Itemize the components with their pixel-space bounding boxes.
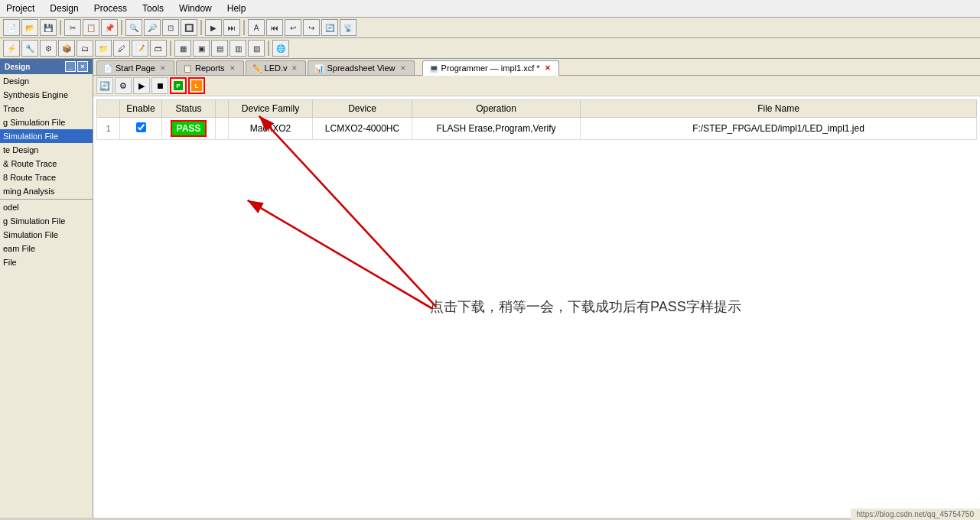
tb-paste[interactable]: 📌 xyxy=(101,19,118,36)
tab-start-page-close[interactable]: ✕ xyxy=(158,63,168,73)
svg-line-5 xyxy=(248,200,433,309)
reports-icon: 📋 xyxy=(183,64,192,73)
tb2-5[interactable]: 🗂 xyxy=(77,40,93,57)
menu-bar: Project Design Process Tools Window Help xyxy=(0,0,980,18)
tb-save[interactable]: 💾 xyxy=(40,19,57,36)
tb-e[interactable]: 🔄 xyxy=(321,19,338,36)
prog-btn-2[interactable]: ⚙ xyxy=(115,77,132,94)
tb2-11[interactable]: ▣ xyxy=(193,40,210,57)
tab-programmer[interactable]: 💻 Programmer — impl1.xcf * ✕ xyxy=(422,60,559,76)
tb2-6[interactable]: 📁 xyxy=(95,40,112,57)
tb2-7[interactable]: 🖊 xyxy=(113,40,130,57)
sidebar-item-timing[interactable]: ming Analysis xyxy=(0,184,93,198)
tb2-13[interactable]: ▥ xyxy=(230,40,246,57)
sidebar-item-file[interactable]: File xyxy=(0,255,93,269)
tab-led-v[interactable]: ✏️ LED.v ✕ xyxy=(246,60,307,75)
tb-zoom-out[interactable]: 🔎 xyxy=(144,19,161,36)
menu-window[interactable]: Window xyxy=(176,2,215,15)
tb-run1[interactable]: ▶ xyxy=(205,19,222,36)
menu-tools[interactable]: Tools xyxy=(139,2,167,15)
col-header-device-family: Device Family xyxy=(229,100,313,118)
sidebar-close-icon[interactable]: × xyxy=(77,61,88,72)
sidebar-item-simfile[interactable]: Simulation File xyxy=(0,129,93,143)
cell-enable[interactable] xyxy=(120,118,162,140)
tb2-4[interactable]: 📦 xyxy=(58,40,75,57)
sidebar-header-icons: _ × xyxy=(65,61,88,72)
tb-new[interactable]: 📄 xyxy=(3,19,20,36)
sidebar-item-synthesis[interactable]: Synthesis Engine xyxy=(0,88,93,102)
tb-f[interactable]: 📡 xyxy=(340,19,357,36)
prog-btn-program[interactable]: P xyxy=(170,77,187,94)
tb2-3[interactable]: ⚙ xyxy=(40,40,57,57)
tab-start-page[interactable]: 📄 Start Page ✕ xyxy=(96,60,174,75)
col-header-enable: Enable xyxy=(120,100,162,118)
sep6 xyxy=(268,41,269,56)
tb2-8[interactable]: 📝 xyxy=(132,40,148,57)
tb2-14[interactable]: ▧ xyxy=(248,40,265,57)
tb-cut[interactable]: ✂ xyxy=(64,19,81,36)
svg-text:P: P xyxy=(176,83,181,89)
tab-led-v-close[interactable]: ✕ xyxy=(290,63,299,73)
annotation-text: 点击下载，稍等一会，下载成功后有PASS字样提示 xyxy=(430,297,741,316)
table-row: 1 PASS MachXO2 LCMXO2-4000HC FLASH Erase… xyxy=(97,118,977,140)
sidebar-item-design[interactable]: Design xyxy=(0,74,93,88)
tb-run2[interactable]: ⏭ xyxy=(223,19,240,36)
log-icon: L xyxy=(190,80,203,92)
tab-spreadsheet-close[interactable]: ✕ xyxy=(399,63,408,73)
tb-open[interactable]: 📂 xyxy=(21,19,38,36)
enable-checkbox[interactable] xyxy=(136,122,146,132)
sidebar-item-eamfile[interactable]: eam File xyxy=(0,242,93,255)
sidebar-item-tedesign[interactable]: te Design xyxy=(0,143,93,157)
tab-reports-close[interactable]: ✕ xyxy=(228,63,237,73)
prog-btn-1[interactable]: 🔄 xyxy=(96,77,113,94)
tb-a[interactable]: A xyxy=(248,19,265,36)
prog-btn-3[interactable]: ▶ xyxy=(133,77,150,94)
tb2-2[interactable]: 🔧 xyxy=(21,40,38,57)
tb-b[interactable]: ⏮ xyxy=(266,19,283,36)
sidebar-collapse-icon[interactable]: _ xyxy=(65,61,76,72)
menu-help[interactable]: Help xyxy=(224,2,249,15)
sidebar-item-8routetrace[interactable]: 8 Route Trace xyxy=(0,171,93,184)
tb2-10[interactable]: ▦ xyxy=(174,40,191,57)
pass-badge: PASS xyxy=(171,120,207,137)
tab-reports-label: Reports xyxy=(195,63,225,73)
tb2-globe[interactable]: 🌐 xyxy=(272,40,289,57)
prog-btn-log[interactable]: L xyxy=(188,77,205,94)
sep3 xyxy=(200,20,202,35)
sidebar-divider xyxy=(0,199,93,200)
led-v-icon: ✏️ xyxy=(252,64,262,73)
tb-c[interactable]: ↩ xyxy=(285,19,301,36)
tab-start-page-label: Start Page xyxy=(116,63,155,73)
tab-spreadsheet[interactable]: 📊 Spreadsheet View ✕ xyxy=(308,60,414,75)
programmer-toolbar: 🔄 ⚙ ▶ ⏹ P L xyxy=(93,76,980,96)
menu-project[interactable]: Project xyxy=(3,2,37,15)
sidebar-item-gsim[interactable]: g Simulation File xyxy=(0,115,93,129)
sidebar-item-gsim2[interactable]: g Simulation File xyxy=(0,214,93,228)
sidebar-item-model[interactable]: odel xyxy=(0,200,93,214)
tab-reports[interactable]: 📋 Reports ✕ xyxy=(176,60,244,75)
col-header-file-name: File Name xyxy=(581,100,977,118)
tb-zoom-fit[interactable]: ⊡ xyxy=(162,19,179,36)
tb-zoom-in[interactable]: 🔍 xyxy=(125,19,142,36)
cell-device-family: MachXO2 xyxy=(229,118,313,140)
tb-copy[interactable]: 📋 xyxy=(83,19,99,36)
sidebar-item-routetrace[interactable]: & Route Trace xyxy=(0,157,93,171)
sidebar-item-trace[interactable]: Trace xyxy=(0,102,93,115)
sep2 xyxy=(121,20,122,35)
tab-programmer-close[interactable]: ✕ xyxy=(543,63,552,73)
spreadsheet-icon: 📊 xyxy=(314,64,324,73)
cell-device: LCMXO2-4000HC xyxy=(313,118,412,140)
tb2-12[interactable]: ▤ xyxy=(211,40,228,57)
col-header-device: Device xyxy=(313,100,412,118)
menu-process[interactable]: Process xyxy=(91,2,130,15)
tb-zoom-sel[interactable]: 🔲 xyxy=(181,19,197,36)
sidebar-item-simfile2[interactable]: Simulation File xyxy=(0,228,93,242)
tb2-9[interactable]: 🗃 xyxy=(150,40,167,57)
menu-design[interactable]: Design xyxy=(47,2,81,15)
sidebar-title: Design xyxy=(5,63,30,71)
row-number: 1 xyxy=(106,124,110,133)
tb2-1[interactable]: ⚡ xyxy=(3,40,20,57)
programmer-icon: 💻 xyxy=(429,64,438,73)
tb-d[interactable]: ↪ xyxy=(303,19,320,36)
prog-btn-4[interactable]: ⏹ xyxy=(151,77,168,94)
